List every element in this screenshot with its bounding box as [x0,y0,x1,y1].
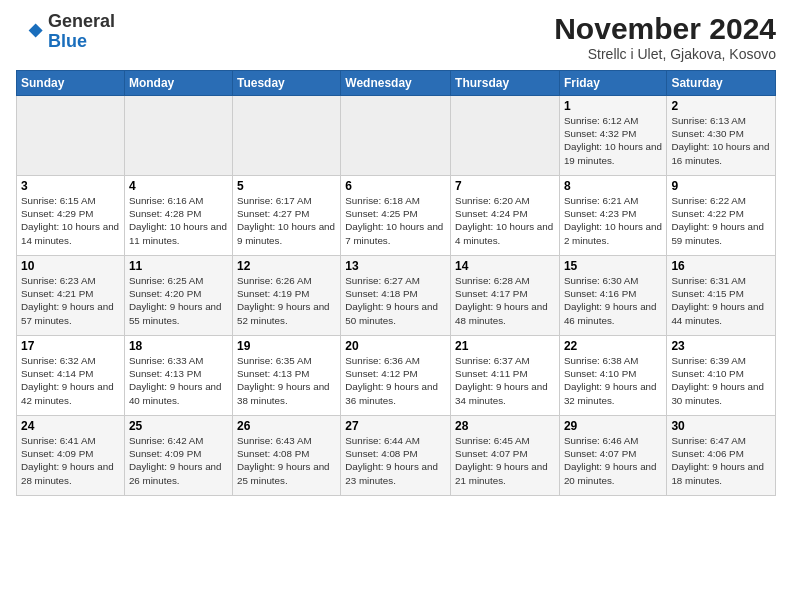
calendar-day: 22Sunrise: 6:38 AMSunset: 4:10 PMDayligh… [559,336,666,416]
day-number: 3 [21,179,120,193]
calendar-day: 1Sunrise: 6:12 AMSunset: 4:32 PMDaylight… [559,96,666,176]
day-number: 9 [671,179,771,193]
calendar-day: 26Sunrise: 6:43 AMSunset: 4:08 PMDayligh… [232,416,340,496]
svg-marker-0 [29,23,43,37]
day-detail: Sunrise: 6:41 AMSunset: 4:09 PMDaylight:… [21,434,120,487]
day-number: 6 [345,179,446,193]
location: Strellc i Ulet, Gjakova, Kosovo [554,46,776,62]
calendar-day [124,96,232,176]
title-block: November 2024 Strellc i Ulet, Gjakova, K… [554,12,776,62]
calendar-day: 13Sunrise: 6:27 AMSunset: 4:18 PMDayligh… [341,256,451,336]
calendar-day: 3Sunrise: 6:15 AMSunset: 4:29 PMDaylight… [17,176,125,256]
day-number: 19 [237,339,336,353]
day-detail: Sunrise: 6:15 AMSunset: 4:29 PMDaylight:… [21,194,120,247]
day-detail: Sunrise: 6:23 AMSunset: 4:21 PMDaylight:… [21,274,120,327]
calendar-day: 12Sunrise: 6:26 AMSunset: 4:19 PMDayligh… [232,256,340,336]
day-number: 20 [345,339,446,353]
day-detail: Sunrise: 6:47 AMSunset: 4:06 PMDaylight:… [671,434,771,487]
calendar-day: 18Sunrise: 6:33 AMSunset: 4:13 PMDayligh… [124,336,232,416]
weekday-header-cell: Monday [124,71,232,96]
day-detail: Sunrise: 6:36 AMSunset: 4:12 PMDaylight:… [345,354,446,407]
day-number: 24 [21,419,120,433]
day-number: 7 [455,179,555,193]
day-detail: Sunrise: 6:21 AMSunset: 4:23 PMDaylight:… [564,194,662,247]
day-detail: Sunrise: 6:32 AMSunset: 4:14 PMDaylight:… [21,354,120,407]
calendar-day: 5Sunrise: 6:17 AMSunset: 4:27 PMDaylight… [232,176,340,256]
calendar-day: 6Sunrise: 6:18 AMSunset: 4:25 PMDaylight… [341,176,451,256]
day-detail: Sunrise: 6:39 AMSunset: 4:10 PMDaylight:… [671,354,771,407]
day-number: 5 [237,179,336,193]
day-number: 12 [237,259,336,273]
day-number: 21 [455,339,555,353]
day-detail: Sunrise: 6:16 AMSunset: 4:28 PMDaylight:… [129,194,228,247]
day-detail: Sunrise: 6:37 AMSunset: 4:11 PMDaylight:… [455,354,555,407]
calendar-week: 24Sunrise: 6:41 AMSunset: 4:09 PMDayligh… [17,416,776,496]
calendar-week: 3Sunrise: 6:15 AMSunset: 4:29 PMDaylight… [17,176,776,256]
calendar-day: 20Sunrise: 6:36 AMSunset: 4:12 PMDayligh… [341,336,451,416]
calendar: SundayMondayTuesdayWednesdayThursdayFrid… [16,70,776,496]
day-detail: Sunrise: 6:35 AMSunset: 4:13 PMDaylight:… [237,354,336,407]
day-number: 26 [237,419,336,433]
weekday-header-cell: Wednesday [341,71,451,96]
calendar-body: 1Sunrise: 6:12 AMSunset: 4:32 PMDaylight… [17,96,776,496]
calendar-week: 1Sunrise: 6:12 AMSunset: 4:32 PMDaylight… [17,96,776,176]
calendar-day: 16Sunrise: 6:31 AMSunset: 4:15 PMDayligh… [667,256,776,336]
calendar-day: 11Sunrise: 6:25 AMSunset: 4:20 PMDayligh… [124,256,232,336]
day-detail: Sunrise: 6:44 AMSunset: 4:08 PMDaylight:… [345,434,446,487]
calendar-day: 8Sunrise: 6:21 AMSunset: 4:23 PMDaylight… [559,176,666,256]
calendar-day: 4Sunrise: 6:16 AMSunset: 4:28 PMDaylight… [124,176,232,256]
weekday-header: SundayMondayTuesdayWednesdayThursdayFrid… [17,71,776,96]
day-detail: Sunrise: 6:12 AMSunset: 4:32 PMDaylight:… [564,114,662,167]
day-detail: Sunrise: 6:38 AMSunset: 4:10 PMDaylight:… [564,354,662,407]
day-number: 28 [455,419,555,433]
logo-icon [16,18,44,46]
day-detail: Sunrise: 6:17 AMSunset: 4:27 PMDaylight:… [237,194,336,247]
weekday-header-cell: Sunday [17,71,125,96]
calendar-day: 19Sunrise: 6:35 AMSunset: 4:13 PMDayligh… [232,336,340,416]
logo-text: General Blue [48,12,115,52]
logo: General Blue [16,12,115,52]
calendar-day [341,96,451,176]
calendar-day: 9Sunrise: 6:22 AMSunset: 4:22 PMDaylight… [667,176,776,256]
day-number: 13 [345,259,446,273]
day-number: 18 [129,339,228,353]
weekday-header-cell: Thursday [451,71,560,96]
day-number: 22 [564,339,662,353]
day-number: 27 [345,419,446,433]
calendar-day: 30Sunrise: 6:47 AMSunset: 4:06 PMDayligh… [667,416,776,496]
day-number: 15 [564,259,662,273]
day-number: 25 [129,419,228,433]
day-detail: Sunrise: 6:18 AMSunset: 4:25 PMDaylight:… [345,194,446,247]
calendar-day: 27Sunrise: 6:44 AMSunset: 4:08 PMDayligh… [341,416,451,496]
day-detail: Sunrise: 6:27 AMSunset: 4:18 PMDaylight:… [345,274,446,327]
calendar-day: 23Sunrise: 6:39 AMSunset: 4:10 PMDayligh… [667,336,776,416]
calendar-day: 29Sunrise: 6:46 AMSunset: 4:07 PMDayligh… [559,416,666,496]
calendar-day: 15Sunrise: 6:30 AMSunset: 4:16 PMDayligh… [559,256,666,336]
day-detail: Sunrise: 6:22 AMSunset: 4:22 PMDaylight:… [671,194,771,247]
weekday-header-cell: Saturday [667,71,776,96]
calendar-day [451,96,560,176]
calendar-day: 14Sunrise: 6:28 AMSunset: 4:17 PMDayligh… [451,256,560,336]
day-detail: Sunrise: 6:30 AMSunset: 4:16 PMDaylight:… [564,274,662,327]
day-number: 17 [21,339,120,353]
day-number: 2 [671,99,771,113]
day-detail: Sunrise: 6:45 AMSunset: 4:07 PMDaylight:… [455,434,555,487]
calendar-day: 21Sunrise: 6:37 AMSunset: 4:11 PMDayligh… [451,336,560,416]
day-detail: Sunrise: 6:28 AMSunset: 4:17 PMDaylight:… [455,274,555,327]
day-detail: Sunrise: 6:42 AMSunset: 4:09 PMDaylight:… [129,434,228,487]
calendar-day: 2Sunrise: 6:13 AMSunset: 4:30 PMDaylight… [667,96,776,176]
day-number: 29 [564,419,662,433]
calendar-day [232,96,340,176]
day-number: 1 [564,99,662,113]
calendar-day: 28Sunrise: 6:45 AMSunset: 4:07 PMDayligh… [451,416,560,496]
logo-general: General [48,11,115,31]
calendar-day: 25Sunrise: 6:42 AMSunset: 4:09 PMDayligh… [124,416,232,496]
day-number: 8 [564,179,662,193]
calendar-day: 24Sunrise: 6:41 AMSunset: 4:09 PMDayligh… [17,416,125,496]
calendar-day [17,96,125,176]
day-number: 10 [21,259,120,273]
day-number: 23 [671,339,771,353]
day-detail: Sunrise: 6:43 AMSunset: 4:08 PMDaylight:… [237,434,336,487]
day-detail: Sunrise: 6:33 AMSunset: 4:13 PMDaylight:… [129,354,228,407]
calendar-day: 7Sunrise: 6:20 AMSunset: 4:24 PMDaylight… [451,176,560,256]
